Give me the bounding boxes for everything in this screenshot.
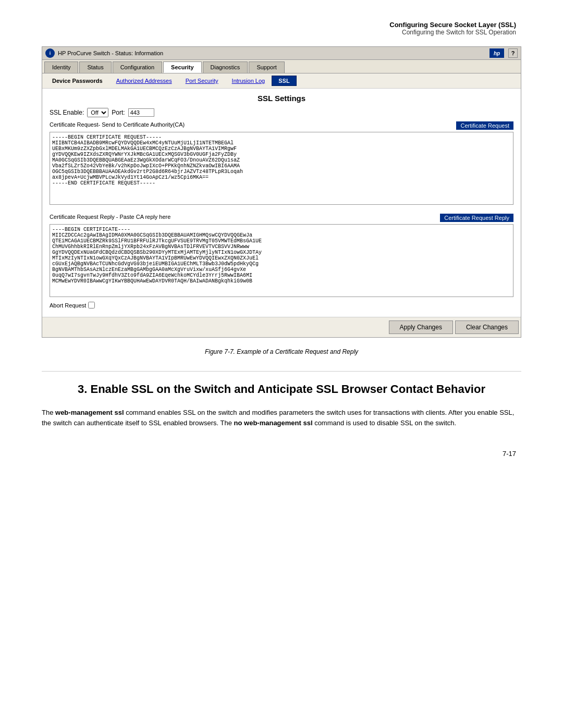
buttons-row: Apply Changes Clear Changes [42,317,521,337]
cert-reply-badge: Certificate Request Reply [440,214,513,222]
ssl-enable-select[interactable]: Off On [87,108,108,117]
tab-identity[interactable]: Identity [44,61,78,73]
section-heading: 3. Enable SSL on the Switch and Anticipa… [42,382,521,397]
cert-request-label: Certificate Request- Send to Certificate… [50,121,185,128]
page-header: Configuring Secure Socket Layer (SSL) Co… [42,21,521,36]
abort-row: Abort Request [50,302,513,309]
main-content: SSL Settings SSL Enable: Off On Port: Ce… [42,89,521,317]
abort-checkbox[interactable] [88,302,95,309]
sub-nav: Device Passwords Authorized Addresses Po… [42,73,521,89]
cert-reply-label: Certificate Request Reply - Paste CA rep… [50,214,170,220]
titlebar-right: hp ? [489,48,518,58]
subnav-authorized-addresses[interactable]: Authorized Addresses [109,76,179,86]
help-button[interactable]: ? [508,48,518,58]
tab-configuration[interactable]: Configuration [113,61,162,73]
apply-changes-button[interactable]: Apply Changes [389,320,453,334]
tab-status[interactable]: Status [79,61,111,73]
nav-tabs: Identity Status Configuration Security D… [42,60,521,73]
subnav-port-security[interactable]: Port Security [179,76,225,86]
bold-term-1: web-management ssl [55,409,124,416]
cert-request-badge: Certificate Request [456,121,513,130]
header-title-bold: Configuring Secure Socket Layer (SSL) [42,21,516,29]
figure-caption: Figure 7-7. Example of a Certificate Req… [42,348,521,355]
tab-support[interactable]: Support [249,61,285,73]
divider [42,371,521,372]
subnav-ssl[interactable]: SSL [272,76,296,86]
tab-security[interactable]: Security [163,61,201,73]
titlebar-left: i HP ProCurve Switch - Status: Informati… [45,48,163,58]
hp-logo: hp [489,48,504,58]
cert-request-textarea[interactable] [50,132,513,205]
cert-reply-textarea[interactable] [50,224,513,297]
tab-diagnostics[interactable]: Diagnostics [203,61,248,73]
clear-changes-button[interactable]: Clear Changes [455,320,519,334]
cert-request-wrapper [50,132,513,206]
ssl-settings-title: SSL Settings [50,94,513,103]
subnav-device-passwords[interactable]: Device Passwords [45,76,109,86]
hp-procurve-icon: i [45,48,55,58]
page-number: 7-17 [42,450,521,458]
ssl-port-label: Port: [112,109,125,116]
header-title-sub: Configuring the Switch for SSL Operation [42,29,516,36]
cert-reply-wrapper [50,224,513,299]
abort-label: Abort Request [50,302,86,309]
ssl-enable-row: SSL Enable: Off On Port: [50,108,513,117]
ssl-port-input[interactable] [128,108,154,117]
ssl-enable-label: SSL Enable: [50,109,84,116]
subnav-intrusion-log[interactable]: Intrusion Log [225,76,272,86]
browser-titlebar: i HP ProCurve Switch - Status: Informati… [42,47,521,60]
browser-app-name: HP ProCurve Switch - Status: Information [58,50,163,56]
browser-window: i HP ProCurve Switch - Status: Informati… [42,46,521,338]
bold-term-2: no web-management ssl [234,419,313,427]
body-text: The web-management ssl command enables S… [42,408,521,429]
